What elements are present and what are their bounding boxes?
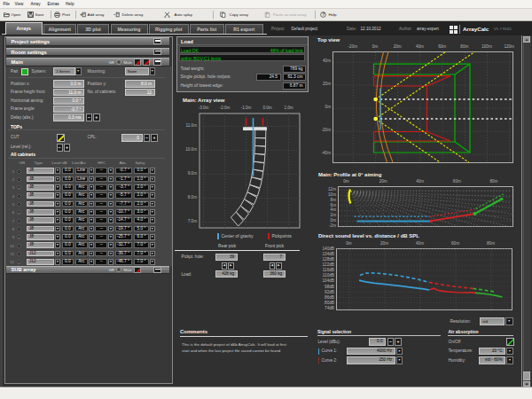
svg-text:?: ? (322, 12, 325, 17)
svg-text:-: - (113, 12, 115, 17)
